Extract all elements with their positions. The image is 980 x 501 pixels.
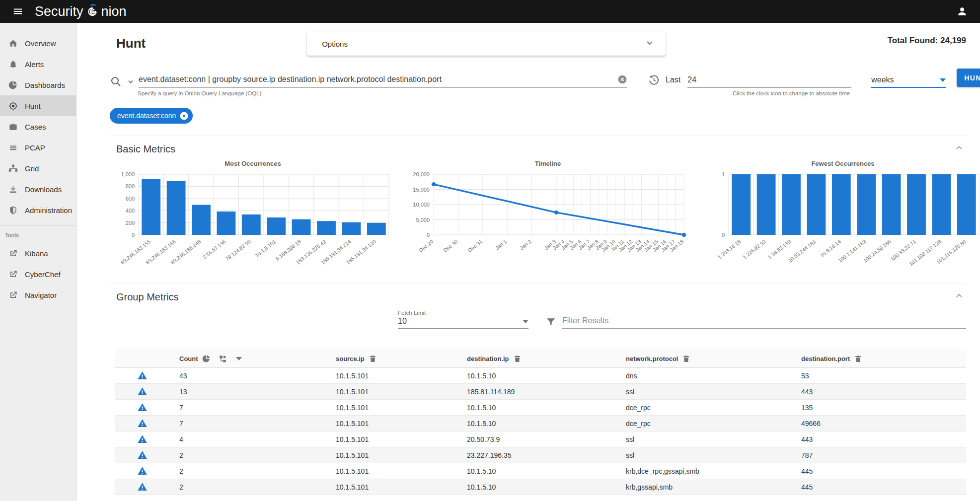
sidebar-item-kibana[interactable]: Kibana [0, 243, 76, 264]
bar-89.248.163.166[interactable] [167, 181, 186, 235]
warning-icon[interactable] [137, 466, 148, 476]
sidebar-item-label: Alerts [25, 60, 44, 69]
trash-icon[interactable] [854, 355, 862, 363]
sidebar-item-grid[interactable]: Grid [0, 158, 76, 179]
bar-2.56.57.136[interactable] [217, 212, 236, 235]
group-table: Count source.ip [115, 350, 966, 495]
sidebar-item-label: Downloads [25, 185, 62, 194]
warning-icon[interactable] [137, 482, 148, 492]
lines-icon [8, 143, 18, 152]
y-tick-label: 1,000 [121, 171, 135, 177]
bar-10.8.16.14[interactable] [832, 174, 851, 235]
bar-1.226.62.92[interactable] [757, 174, 776, 235]
bar-101.108.117.128[interactable] [932, 174, 951, 235]
chevron-up-icon[interactable] [954, 291, 964, 303]
warning-icon[interactable] [137, 434, 148, 444]
bar-1.34.93.139[interactable] [782, 174, 801, 235]
warning-icon[interactable] [137, 418, 148, 429]
row-expand-cell[interactable] [115, 400, 169, 416]
query-input[interactable] [139, 75, 617, 84]
timeline-point[interactable] [432, 182, 436, 186]
chevron-down-icon[interactable] [127, 77, 135, 85]
trash-icon[interactable] [682, 355, 690, 363]
row-expand-cell[interactable] [115, 463, 169, 479]
sidebar-item-pcap[interactable]: PCAP [0, 137, 76, 158]
trash-icon[interactable] [513, 355, 522, 363]
count-column-header[interactable]: Count [169, 350, 326, 368]
bar-185.191.34.120[interactable] [367, 223, 386, 235]
warning-icon[interactable] [137, 402, 148, 413]
filter-chip[interactable]: event.dataset:conn [110, 108, 193, 124]
sidebar-item-cyberchef[interactable]: CyberChef [0, 264, 76, 285]
table-row[interactable]: 410.1.5.10120.50.73.9ssl443 [115, 431, 966, 447]
groupby-graph-icon[interactable] [219, 355, 227, 363]
cell-destination-port: 787 [791, 447, 966, 463]
table-row[interactable]: 210.1.5.10123.227.196.35ssl787 [115, 447, 966, 463]
sidebar-item-cases[interactable]: Cases [0, 116, 76, 137]
filter-results-input[interactable] [562, 316, 966, 329]
sidebar-item-alerts[interactable]: Alerts [0, 54, 76, 74]
clear-icon[interactable] [617, 74, 627, 84]
row-expand-cell[interactable] [115, 368, 169, 384]
row-expand-cell[interactable] [115, 479, 169, 495]
remove-filter-icon[interactable] [179, 111, 189, 121]
bar-100.1.141.163[interactable] [857, 174, 876, 235]
row-expand-cell[interactable] [115, 416, 169, 431]
warning-icon[interactable] [137, 370, 148, 381]
hunt-button[interactable]: HUNT [957, 69, 980, 87]
bar-10.1.5.101[interactable] [267, 217, 286, 235]
search-icon[interactable] [110, 75, 122, 87]
sidebar-item-downloads[interactable]: Downloads [0, 179, 76, 200]
history-clock-icon[interactable] [648, 74, 660, 86]
duration-input[interactable] [687, 75, 851, 88]
destinationip-column-header[interactable]: destination.ip [457, 350, 616, 368]
sidebar-item-navigator[interactable]: Navigator [0, 285, 76, 305]
dropdown-arrow-icon[interactable] [236, 357, 242, 360]
chevron-up-icon[interactable] [954, 143, 964, 155]
table-row[interactable]: 1310.1.5.101185.81.114.189ssl443 [115, 384, 966, 400]
bar-100.33.32.71[interactable] [907, 174, 926, 235]
unit-select[interactable]: weeks [871, 75, 946, 88]
sidebar-item-administration[interactable]: Administration [0, 200, 76, 220]
destinationport-column-header[interactable]: destination.port [791, 350, 966, 368]
bar-101.116.125.80[interactable] [957, 174, 976, 235]
time-block: Last weeks Click the clock icon to chang… [648, 74, 946, 88]
bar-185.191.34.214[interactable] [342, 222, 361, 235]
row-expand-cell[interactable] [115, 431, 169, 447]
options-panel[interactable]: Options [307, 32, 666, 56]
bar-183.136.225.42[interactable] [317, 221, 336, 235]
cell-network-protocol: dns [616, 368, 791, 384]
timeline-point[interactable] [554, 211, 558, 215]
warning-icon[interactable] [137, 450, 148, 460]
bar-100.24.50.186[interactable] [882, 174, 901, 235]
timeline-point[interactable] [682, 233, 686, 237]
row-expand-cell[interactable] [115, 447, 169, 463]
networkprotocol-column-header[interactable]: network.protocol [616, 350, 791, 368]
bar-10.53.244.181[interactable] [807, 174, 826, 235]
menu-icon[interactable] [8, 1, 28, 21]
trash-icon[interactable] [369, 355, 377, 363]
table-row[interactable]: 210.1.5.10110.1.5.10krb,dce_rpc,gssapi,s… [115, 463, 966, 479]
sidebar-item-overview[interactable]: Overview [0, 33, 76, 54]
bar-89.248.163.155[interactable] [142, 179, 160, 235]
sidebar-item-hunt[interactable]: Hunt [0, 95, 76, 116]
user-icon[interactable] [952, 1, 972, 21]
bar-89.248.165.248[interactable] [192, 205, 211, 235]
table-row[interactable]: 4310.1.5.10110.1.5.10dns53 [115, 368, 966, 384]
bar-1.203.16.18[interactable] [732, 174, 751, 235]
bar-79.124.62.90[interactable] [242, 215, 261, 235]
row-expand-cell[interactable] [115, 384, 169, 400]
table-row[interactable]: 710.1.5.10110.1.5.10dce_rpc49666 [115, 416, 966, 431]
sidebar-item-dashboards[interactable]: Dashboards [0, 74, 76, 95]
table-row[interactable]: 210.1.5.10110.1.5.10krb,gssapi,smb445 [115, 479, 966, 495]
pie-chart-icon[interactable] [202, 355, 211, 363]
fetch-limit-select[interactable]: 10 [398, 317, 528, 329]
warning-icon[interactable] [137, 386, 148, 397]
table-row[interactable]: 710.1.5.10110.1.5.10dce_rpc135 [115, 400, 966, 416]
onion-icon [84, 2, 101, 20]
cell-destination-ip: 10.1.5.10 [457, 479, 616, 495]
bar-5.188.206.18[interactable] [292, 219, 311, 235]
y-tick-label: 0 [132, 232, 135, 238]
sourceip-column-header[interactable]: source.ip [326, 350, 457, 368]
cell-destination-port: 135 [791, 400, 966, 416]
